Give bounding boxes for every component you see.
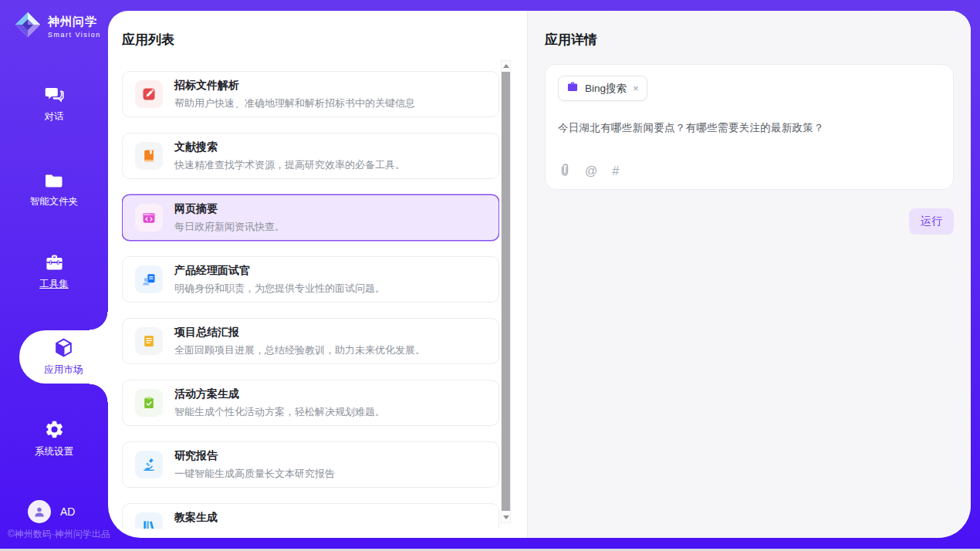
app-card-title: 产品经理面试官 — [174, 264, 385, 278]
app-detail-panel: 应用详情 Bing搜索 × 今日湖北有哪些新闻要点？有哪些需要关注的最新政策？ — [527, 11, 971, 538]
books-icon — [135, 512, 163, 529]
avatar — [28, 500, 51, 523]
hashtag-icon[interactable]: # — [612, 164, 619, 178]
app-card-title: 活动方案生成 — [174, 387, 385, 401]
microscope-icon — [135, 451, 163, 478]
close-icon[interactable]: × — [633, 83, 639, 93]
book-icon — [135, 142, 163, 170]
diamond-logo-icon — [14, 11, 42, 42]
app-card-title: 项目总结汇报 — [174, 326, 425, 340]
at-mention-icon[interactable]: @ — [585, 164, 597, 178]
user-account[interactable]: AD — [28, 500, 75, 523]
app-card-desc: 每日政府新闻资讯快查。 — [174, 220, 285, 234]
scroll-up-arrow-icon[interactable] — [502, 61, 510, 71]
document-icon — [135, 327, 163, 355]
app-card-pm-interviewer[interactable]: 产品经理面试官 明确身份和职责，为您提供专业性的面试问题。 — [122, 256, 499, 303]
sidebar-item-label: 应用市场 — [45, 363, 83, 377]
scrollbar-thumb[interactable] — [502, 72, 510, 511]
sidebar: 神州问学 Smart Vision 对话 智能文件夹 — [0, 0, 108, 551]
app-card-research-report[interactable]: 研究报告 一键智能生成高质量长文本研究报告 — [122, 441, 499, 488]
app-card-bid-parse[interactable]: 招标文件解析 帮助用户快速、准确地理解和解析招标书中的关键信息 — [122, 71, 499, 117]
sidebar-item-label: 工具集 — [0, 278, 108, 291]
app-card-lesson-plan[interactable]: 教案生成 模板驱动，教案秒成，教学准备从此轻松快捷 — [122, 503, 499, 529]
app-card-literature-search[interactable]: 文献搜索 快速精准查找学术资源，提高研究效率的必备工具。 — [122, 133, 499, 179]
app-card-event-plan[interactable]: 活动方案生成 智能生成个性化活动方案，轻松解决规划难题。 — [122, 380, 499, 426]
app-card-title: 招标文件解析 — [174, 79, 415, 93]
app-card-desc: 一键智能生成高质量长文本研究报告 — [174, 467, 335, 481]
sidebar-item-label: 系统设置 — [0, 445, 108, 458]
tool-tag-bing-search[interactable]: Bing搜索 × — [558, 76, 647, 101]
prompt-card[interactable]: Bing搜索 × 今日湖北有哪些新闻要点？有哪些需要关注的最新政策？ @ # — [545, 64, 954, 190]
app-card-web-summary[interactable]: 网页摘要 每日政府新闻资讯快查。 — [122, 194, 499, 241]
app-card-desc: 帮助用户快速、准确地理解和解析招标书中的关键信息 — [174, 96, 415, 110]
app-card-desc: 快速精准查找学术资源，提高研究效率的必备工具。 — [174, 158, 405, 172]
app-card-desc: 全面回顾项目进展，总结经验教训，助力未来优化发展。 — [174, 343, 425, 357]
sidebar-item-label: 智能文件夹 — [0, 195, 108, 208]
toolbox-icon — [0, 253, 108, 272]
web-code-icon — [135, 204, 163, 232]
sidebar-item-settings[interactable]: 系统设置 — [0, 419, 108, 458]
app-card-project-summary[interactable]: 项目总结汇报 全面回顾项目进展，总结经验教训，助力未来优化发展。 — [122, 318, 499, 364]
app-card-title: 研究报告 — [174, 449, 335, 463]
sidebar-item-toolset[interactable]: 工具集 — [0, 253, 108, 291]
app-card-desc: 智能生成个性化活动方案，轻松解决规划难题。 — [174, 405, 385, 419]
run-button[interactable]: 运行 — [909, 208, 954, 235]
briefcase-icon — [566, 81, 579, 96]
sidebar-item-app-market[interactable]: 应用市场 — [19, 330, 108, 384]
app-card-title: 文献搜索 — [174, 140, 405, 154]
user-initials: AD — [60, 505, 75, 518]
app-card-title: 网页摘要 — [174, 202, 285, 216]
app-list-title: 应用列表 — [122, 31, 499, 49]
chat-icon — [0, 85, 108, 105]
paperclip-icon[interactable] — [559, 163, 570, 180]
app-card-title: 教案生成 — [174, 511, 375, 525]
app-card-desc: 明确身份和职责，为您提供专业性的面试问题。 — [174, 282, 385, 296]
content-area: 应用列表 招标文件解析 帮助用户快速、准确地理解和解析招标书中的关键信息 — [108, 11, 971, 538]
interviewer-icon — [135, 265, 163, 293]
folder-icon — [0, 171, 108, 190]
query-input[interactable]: 今日湖北有哪些新闻要点？有哪些需要关注的最新政策？ — [558, 121, 941, 135]
sidebar-item-label: 对话 — [0, 110, 108, 123]
sidebar-item-chat[interactable]: 对话 — [0, 85, 108, 123]
brand-name: 神州问学 — [48, 15, 101, 29]
brand-tagline: Smart Vision — [48, 31, 101, 39]
scroll-down-arrow-icon[interactable] — [502, 512, 510, 522]
tool-tag-label: Bing搜索 — [585, 82, 627, 96]
attachment-toolbar: @ # — [559, 163, 619, 180]
sidebar-item-smart-folder[interactable]: 智能文件夹 — [0, 171, 108, 208]
edit-document-icon — [135, 80, 163, 108]
app-card-desc: 模板驱动，教案秒成，教学准备从此轻松快捷 — [174, 529, 375, 529]
app-detail-title: 应用详情 — [545, 31, 954, 49]
list-scrollbar[interactable] — [501, 60, 511, 523]
app-card-list: 招标文件解析 帮助用户快速、准确地理解和解析招标书中的关键信息 文献搜索 快速精… — [122, 71, 499, 529]
gear-icon — [0, 419, 108, 440]
copyright-footer: ©神州数码·神州问学出品 — [8, 528, 110, 541]
brand-logo[interactable]: 神州问学 Smart Vision — [14, 11, 101, 42]
clipboard-check-icon — [135, 389, 163, 417]
app-list-panel: 应用列表 招标文件解析 帮助用户快速、准确地理解和解析招标书中的关键信息 — [108, 11, 527, 538]
cube-icon — [53, 337, 74, 363]
